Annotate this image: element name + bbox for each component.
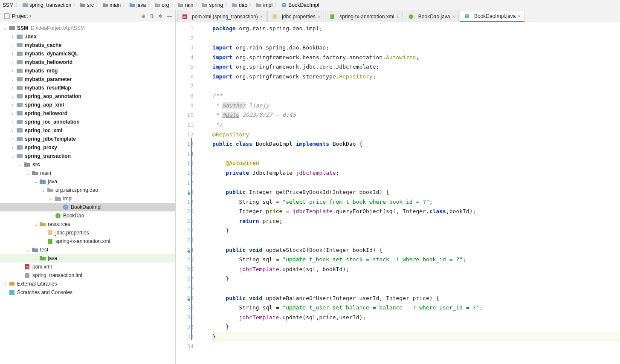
tab-bookdao-java[interactable]: IBookDao.java×: [404, 11, 459, 22]
project-tree[interactable]: ⌄ SSMD:\ideaPorject\Apr\SSM ›.idea›mybat…: [0, 22, 175, 364]
svg-text:C: C: [64, 205, 67, 209]
close-icon[interactable]: ×: [318, 14, 320, 19]
tree-scratches[interactable]: Scratches and Consoles: [0, 288, 175, 297]
bc-file[interactable]: CBookDaoImpl: [281, 2, 319, 8]
svg-rect-12: [17, 60, 23, 64]
svg-rect-49: [273, 14, 277, 19]
tree-iface-bookdao[interactable]: IBookDao: [0, 211, 175, 220]
tree-module-spring_helloword[interactable]: ›spring_helloword: [0, 109, 175, 118]
tree-package[interactable]: ⌄org.rain.spring.dao: [0, 186, 175, 194]
svg-point-19: [18, 87, 19, 89]
bc-main[interactable]: main: [102, 2, 121, 8]
bc-spring[interactable]: spring: [202, 2, 223, 8]
svg-text:C: C: [283, 3, 285, 6]
tree-resources[interactable]: ⌄resources: [0, 220, 175, 228]
tab-spring-tx-annotation-xml[interactable]: spring-tx-annotation.xml×: [325, 11, 403, 22]
bc-impl[interactable]: impl: [256, 2, 272, 8]
svg-point-27: [18, 121, 19, 123]
svg-rect-6: [17, 35, 23, 39]
tree-root[interactable]: ⌄ SSMD:\ideaPorject\Apr\SSM: [0, 24, 175, 32]
svg-rect-10: [17, 52, 23, 56]
project-view-selector[interactable]: Project ▾: [3, 13, 141, 20]
tree-module-spring_aop_annotation[interactable]: ›spring_aop_annotation: [0, 92, 175, 101]
sidebar-header: Project ▾ ⊕ ⇅ ✲ —: [0, 10, 175, 22]
tree-module-spring_ioc_annotation[interactable]: ›spring_ioc_annotation: [0, 118, 175, 126]
tree-ext-lib[interactable]: ›External Libraries: [0, 280, 175, 288]
tree-module-mybatis_resultMap[interactable]: ›mybatis_resultMap: [0, 84, 175, 92]
settings-icon[interactable]: ✲: [158, 13, 162, 19]
svg-rect-30: [17, 137, 23, 141]
svg-rect-20: [17, 94, 23, 98]
svg-rect-50: [330, 14, 334, 19]
close-icon[interactable]: ×: [518, 14, 520, 19]
gutter[interactable]: 123456789101112131415161718●↑19202122232…: [176, 22, 201, 364]
svg-point-1: [23, 4, 25, 6]
tree-test-java[interactable]: java: [0, 254, 175, 263]
tab-jdbc-properties[interactable]: jdbc.properties×: [267, 11, 324, 22]
tree-main[interactable]: ⌄main: [0, 169, 175, 177]
svg-point-15: [18, 70, 19, 72]
svg-point-13: [18, 62, 19, 63]
expand-icon[interactable]: ⇅: [150, 13, 154, 19]
editor-tabs: mpom.xml (spring_transaction)×jdbc.prope…: [176, 10, 620, 22]
svg-rect-46: [9, 290, 14, 295]
bc-ssm[interactable]: SSM: [3, 2, 14, 8]
svg-rect-32: [17, 145, 23, 150]
tab-pom-xml--spring-transaction-[interactable]: mpom.xml (spring_transaction)×: [177, 11, 267, 22]
svg-rect-34: [17, 154, 23, 158]
locate-icon[interactable]: ⊕: [141, 13, 145, 19]
tree-iml[interactable]: spring_transaction.iml: [0, 271, 175, 280]
tree-module-spring_ioc_xml[interactable]: ›spring_ioc_xml: [0, 126, 175, 135]
svg-rect-14: [17, 69, 23, 73]
close-icon[interactable]: ×: [396, 14, 399, 19]
bc-rain[interactable]: rain: [177, 2, 193, 8]
tree-module-mybatis_parameter[interactable]: ›mybatis_parameter: [0, 75, 175, 84]
bc-src[interactable]: src: [80, 2, 94, 8]
tree-spring-xml[interactable]: spring-tx-annotation.xml: [0, 237, 175, 246]
tree-module-spring_jdbcTemplate[interactable]: ›spring_jdbcTemplate: [0, 135, 175, 143]
file-icon: [329, 13, 336, 20]
bc-module[interactable]: spring_transaction: [22, 2, 71, 8]
tree-class-bookdaoimpl[interactable]: CBookDaoImpl: [0, 203, 175, 211]
tab-bookdaoimpl-java[interactable]: CBookDaoImpl.java×: [460, 11, 524, 22]
tree-pom[interactable]: mpom.xml: [0, 263, 175, 271]
file-icon: I: [408, 13, 414, 20]
bc-dao[interactable]: dao: [232, 2, 247, 8]
svg-point-7: [18, 36, 19, 38]
tree-module-spring_aop_xml[interactable]: ›spring_aop_xml: [0, 101, 175, 109]
tree-impl[interactable]: ⌄impl: [0, 194, 175, 203]
svg-point-11: [18, 53, 19, 55]
bc-java[interactable]: java: [129, 2, 146, 8]
tree-jdbc-props[interactable]: jdbc.properties: [0, 228, 175, 237]
svg-text:I: I: [411, 15, 411, 18]
svg-rect-44: [25, 273, 29, 278]
hide-icon[interactable]: —: [167, 13, 172, 19]
svg-text:I: I: [58, 214, 58, 218]
svg-rect-28: [17, 128, 23, 133]
code-editor[interactable]: 123456789101112131415161718●↑19202122232…: [176, 22, 620, 364]
close-icon[interactable]: ×: [452, 14, 455, 19]
tree-test[interactable]: ⌄test: [0, 246, 175, 254]
svg-point-33: [18, 147, 19, 148]
close-icon[interactable]: ×: [260, 14, 263, 19]
svg-point-17: [18, 79, 19, 80]
tree-java[interactable]: ⌄java: [0, 177, 175, 186]
file-icon: C: [464, 13, 470, 20]
svg-point-35: [18, 156, 19, 157]
breadcrumb: SSM〉 spring_transaction〉 src〉 main〉 java…: [0, 0, 620, 10]
svg-rect-18: [17, 86, 23, 90]
svg-rect-26: [17, 120, 23, 124]
tree-module-mybatis_dynamicSQL[interactable]: ›mybatis_dynamicSQL: [0, 49, 175, 58]
tree-src[interactable]: ⌄src: [0, 160, 175, 169]
tree-module-mybatis_helloworld[interactable]: ›mybatis_helloworld: [0, 58, 175, 66]
tree-module-spring_proxy[interactable]: ›spring_proxy: [0, 143, 175, 152]
tree-module-mybatis_cache[interactable]: ›mybatis_cache: [0, 41, 175, 49]
svg-point-25: [18, 113, 19, 114]
tree-module-.idea[interactable]: ›.idea: [0, 32, 175, 41]
tree-module-mybatis_mbg[interactable]: ›mybatis_mbg: [0, 66, 175, 75]
file-icon: m: [181, 13, 188, 20]
bc-org[interactable]: org: [154, 2, 169, 8]
tree-module-spring_transaction[interactable]: ⌄spring_transaction: [0, 152, 175, 160]
svg-rect-22: [17, 103, 23, 107]
vcs-change-bar: [191, 138, 192, 340]
